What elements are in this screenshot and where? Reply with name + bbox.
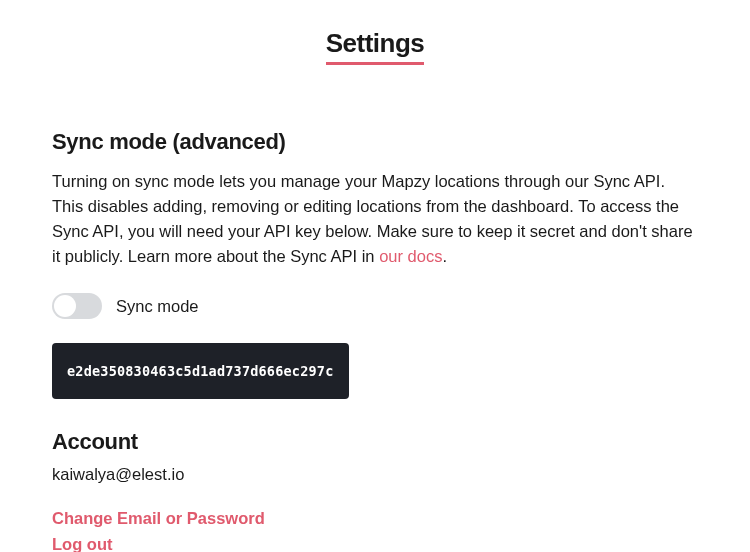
sync-heading: Sync mode (advanced) [52,129,698,155]
sync-description: Turning on sync mode lets you manage you… [52,169,698,269]
sync-description-text: Turning on sync mode lets you manage you… [52,172,693,265]
account-email: kaiwalya@elest.io [52,465,698,484]
page-title-text: Settings [326,28,425,65]
account-heading: Account [52,429,698,455]
sync-mode-toggle[interactable] [52,293,102,319]
api-key-box[interactable]: e2de350830463c5d1ad737d666ec297c [52,343,349,399]
logout-link[interactable]: Log out [52,532,698,552]
toggle-knob-icon [54,295,76,317]
settings-content: Sync mode (advanced) Turning on sync mod… [0,65,750,552]
sync-toggle-label: Sync mode [116,297,199,316]
change-email-password-link[interactable]: Change Email or Password [52,506,698,532]
sync-toggle-row: Sync mode [52,293,698,319]
page-title: Settings [0,0,750,65]
docs-link[interactable]: our docs [379,247,442,265]
sync-description-period: . [442,247,447,265]
